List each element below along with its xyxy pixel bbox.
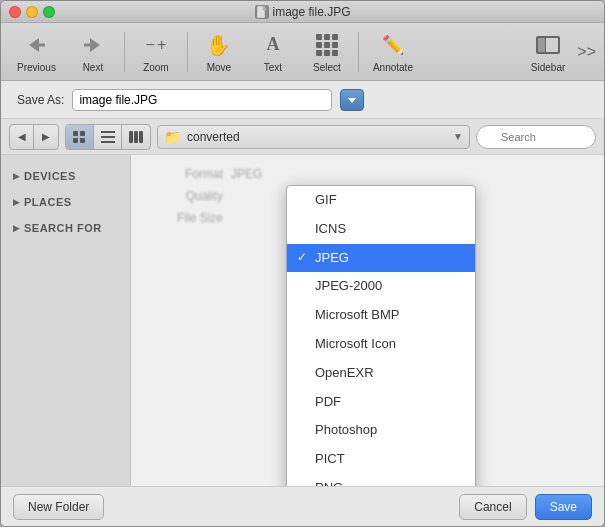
pict-label: PICT: [315, 451, 345, 466]
sidebar-label: Sidebar: [531, 62, 565, 73]
toolbar-sep-3: [358, 32, 359, 72]
dropdown-item-microsoft-bmp[interactable]: Microsoft BMP: [287, 301, 475, 330]
move-button[interactable]: ✋ Move: [194, 27, 244, 77]
folder-name: converted: [187, 130, 447, 144]
select-label: Select: [313, 62, 341, 73]
new-folder-button[interactable]: New Folder: [13, 494, 104, 520]
view-column-button[interactable]: [122, 125, 150, 149]
next-label: Next: [83, 62, 104, 73]
toolbar-sep-2: [187, 32, 188, 72]
sidebar-places-label: PLACES: [24, 196, 72, 208]
svg-rect-5: [73, 138, 78, 143]
microsoft-icon-label: Microsoft Icon: [315, 336, 396, 351]
format-dropdown[interactable]: GIF ICNS ✓ JPEG JPEG-2000: [286, 185, 476, 486]
sidebar-devices-label: DEVICES: [24, 170, 76, 182]
svg-rect-4: [80, 131, 85, 136]
sidebar-button[interactable]: Sidebar: [523, 27, 573, 77]
photoshop-label: Photoshop: [315, 422, 377, 437]
folder-selector[interactable]: 📁 converted ▼: [157, 125, 470, 149]
text-icon: A: [259, 31, 287, 59]
sidebar: ▶ DEVICES ▶ PLACES ▶ SEARCH FOR: [1, 155, 131, 486]
sidebar-places-header[interactable]: ▶ PLACES: [9, 193, 122, 211]
previous-label: Previous: [17, 62, 56, 73]
nav-back-button[interactable]: ◀: [10, 125, 34, 149]
next-button[interactable]: Next: [68, 27, 118, 77]
saveas-expand-button[interactable]: [340, 89, 364, 111]
nav-bar: ◀ ▶: [1, 119, 604, 155]
dropdown-item-openexr[interactable]: OpenEXR: [287, 359, 475, 388]
format-row: Format JPEG: [143, 167, 592, 181]
saveas-input[interactable]: [72, 89, 332, 111]
select-button[interactable]: Select: [302, 27, 352, 77]
annotate-button[interactable]: ✏️ Annotate: [365, 27, 421, 77]
previous-button[interactable]: Previous: [9, 27, 64, 77]
sidebar-devices-header[interactable]: ▶ DEVICES: [9, 167, 122, 185]
search-input[interactable]: [476, 125, 596, 149]
toolbar-more-button[interactable]: >>: [577, 43, 596, 61]
svg-rect-12: [139, 131, 143, 143]
places-chevron-icon: ▶: [13, 197, 20, 207]
svg-rect-3: [73, 131, 78, 136]
annotate-label: Annotate: [373, 62, 413, 73]
traffic-lights: [9, 6, 55, 18]
dropdown-item-jpeg[interactable]: ✓ JPEG: [287, 244, 475, 273]
format-value: JPEG: [231, 167, 262, 181]
saveas-label: Save As:: [17, 93, 64, 107]
dropdown-item-pdf[interactable]: PDF: [287, 388, 475, 417]
minimize-button[interactable]: [26, 6, 38, 18]
text-button[interactable]: A Text: [248, 27, 298, 77]
content-area: ▶ DEVICES ▶ PLACES ▶ SEARCH FOR: [1, 155, 604, 486]
png-label: PNG: [315, 480, 343, 486]
cancel-button[interactable]: Cancel: [459, 494, 526, 520]
dropdown-item-icns[interactable]: ICNS: [287, 215, 475, 244]
dropdown-item-gif[interactable]: GIF: [287, 186, 475, 215]
view-icon-button[interactable]: [66, 125, 94, 149]
dropdown-item-microsoft-icon[interactable]: Microsoft Icon: [287, 330, 475, 359]
dropdown-item-photoshop[interactable]: Photoshop: [287, 416, 475, 445]
select-icon: [313, 31, 341, 59]
dropdown-item-png[interactable]: PNG: [287, 474, 475, 486]
sidebar-section-search: ▶ SEARCH FOR: [1, 215, 130, 241]
save-button[interactable]: Save: [535, 494, 592, 520]
maximize-button[interactable]: [43, 6, 55, 18]
nav-forward-button[interactable]: ▶: [34, 125, 58, 149]
svg-rect-9: [101, 141, 115, 143]
bottom-right-buttons: Cancel Save: [459, 494, 592, 520]
openexr-label: OpenEXR: [315, 365, 374, 380]
pdf-label: PDF: [315, 394, 341, 409]
toolbar: Previous Next −+ Zoom ✋ Move A Text: [1, 23, 604, 81]
microsoft-bmp-label: Microsoft BMP: [315, 307, 400, 322]
svg-rect-10: [129, 131, 133, 143]
devices-chevron-icon: ▶: [13, 171, 20, 181]
window-title: image file.JPG: [254, 5, 350, 19]
view-mode-buttons: [65, 124, 151, 150]
dropdown-item-pict[interactable]: PICT: [287, 445, 475, 474]
file-icon: [254, 5, 268, 19]
dropdown-item-jpeg2000[interactable]: JPEG-2000: [287, 272, 475, 301]
filesize-label: File Size: [143, 211, 223, 225]
svg-rect-7: [101, 131, 115, 133]
toolbar-sep-1: [124, 32, 125, 72]
sidebar-section-places: ▶ PLACES: [1, 189, 130, 215]
icns-label: ICNS: [315, 221, 346, 236]
annotate-icon: ✏️: [379, 31, 407, 59]
search-chevron-icon: ▶: [13, 223, 20, 233]
zoom-label: Zoom: [143, 62, 169, 73]
move-icon: ✋: [205, 31, 233, 59]
svg-rect-11: [134, 131, 138, 143]
svg-rect-6: [80, 138, 85, 143]
jpeg-label: JPEG: [315, 250, 349, 265]
view-list-button[interactable]: [94, 125, 122, 149]
zoom-button[interactable]: −+ Zoom: [131, 27, 181, 77]
text-label: Text: [264, 62, 282, 73]
main-panel: Format JPEG Quality File Size GIF: [131, 155, 604, 486]
sidebar-section-devices: ▶ DEVICES: [1, 163, 130, 189]
main-window: image file.JPG Previous Next −+ Zoom ✋: [0, 0, 605, 527]
sidebar-search-label: SEARCH FOR: [24, 222, 102, 234]
quality-label: Quality: [143, 189, 223, 203]
main-content: Format JPEG Quality File Size GIF: [131, 155, 604, 486]
close-button[interactable]: [9, 6, 21, 18]
svg-rect-8: [101, 136, 115, 138]
sidebar-search-header[interactable]: ▶ SEARCH FOR: [9, 219, 122, 237]
move-label: Move: [207, 62, 231, 73]
